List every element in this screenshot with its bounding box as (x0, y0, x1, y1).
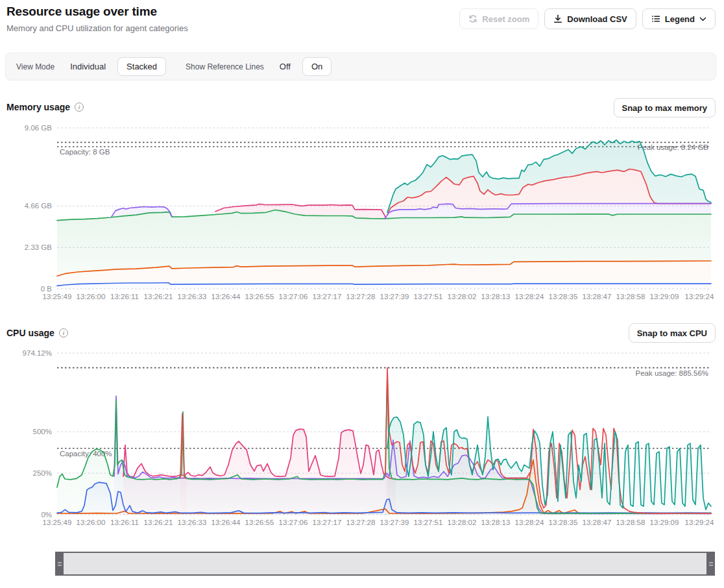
x-tick-label: 13:29:24 (685, 293, 714, 300)
x-tick-label: 13:28:35 (549, 293, 578, 300)
download-icon (553, 14, 562, 23)
x-tick-label: 13:27:39 (380, 519, 409, 526)
x-tick-label: 13:26:55 (245, 519, 274, 526)
x-tick-label: 13:25:49 (43, 519, 72, 526)
cpu-section-title: CPU usage i (6, 328, 68, 338)
view-mode-individual[interactable]: Individual (70, 62, 106, 71)
x-tick-label: 13:29:09 (650, 293, 679, 300)
x-tick-label: 13:26:55 (245, 293, 274, 300)
memory-usage-chart[interactable]: 9.06 GB4.66 GB2.33 GB0 BPeak usage: 8.24… (0, 120, 724, 305)
view-mode-stacked[interactable]: Stacked (117, 57, 166, 76)
reference-line-label: Capacity: 8 GB (60, 148, 110, 156)
reset-icon (468, 14, 477, 23)
memory-section-title: Memory usage i (6, 102, 84, 112)
reference-lines-off[interactable]: Off (280, 62, 291, 71)
reset-zoom-button[interactable]: Reset zoom (459, 8, 538, 29)
x-tick-label: 13:26:11 (110, 519, 139, 526)
cpu-usage-chart[interactable]: 974.12%500%250%0%Peak usage: 885.56%Capa… (0, 345, 724, 532)
x-tick-label: 13:28:13 (481, 519, 511, 526)
reference-lines-label: Show Reference Lines (186, 62, 264, 71)
legend-list-icon (651, 14, 660, 23)
x-tick-label: 13:26:00 (77, 293, 106, 300)
snap-to-max-cpu-button[interactable]: Snap to max CPU (629, 323, 716, 343)
brush-grip-icon (709, 562, 713, 565)
x-tick-label: 13:28:24 (515, 519, 544, 526)
brush-handle-right[interactable] (706, 552, 715, 576)
x-tick-label: 13:26:00 (77, 519, 106, 526)
x-tick-label: 13:27:28 (346, 519, 376, 526)
x-tick-label: 13:25:49 (43, 293, 72, 300)
x-tick-label: 13:28:02 (448, 293, 477, 300)
x-tick-label: 13:28:47 (583, 519, 612, 526)
download-csv-button[interactable]: Download CSV (544, 8, 636, 29)
chevron-down-icon (699, 17, 706, 21)
view-mode-label: View Mode (16, 62, 54, 71)
info-icon[interactable]: i (59, 328, 68, 337)
x-tick-label: 13:27:06 (279, 519, 308, 526)
x-tick-label: 13:27:17 (313, 293, 342, 300)
y-tick-label: 500% (33, 428, 52, 435)
x-tick-label: 13:26:44 (211, 519, 241, 526)
reference-line-label: Peak usage: 885.56% (635, 369, 708, 377)
top-actions: Reset zoom Download CSV Legend (459, 8, 716, 29)
time-range-brush[interactable] (55, 552, 715, 576)
x-tick-label: 13:27:51 (414, 519, 443, 526)
x-tick-label: 13:27:39 (380, 293, 409, 300)
legend-button[interactable]: Legend (642, 8, 716, 29)
x-tick-label: 13:26:21 (144, 293, 173, 300)
x-tick-label: 13:28:24 (515, 293, 544, 300)
page-title: Resource usage over time (6, 5, 157, 19)
reference-lines-on[interactable]: On (302, 57, 332, 76)
x-tick-label: 13:26:33 (178, 293, 207, 300)
x-tick-label: 13:27:28 (346, 293, 376, 300)
x-tick-label: 13:26:11 (110, 293, 139, 300)
x-tick-label: 13:27:06 (279, 293, 308, 300)
x-tick-label: 13:29:24 (685, 519, 714, 526)
resource-usage-dashboard: Resource usage over time Memory and CPU … (0, 0, 724, 588)
y-tick-label: 2.33 GB (25, 243, 53, 251)
x-tick-label: 13:26:33 (178, 519, 207, 526)
y-tick-label: 4.66 GB (25, 202, 53, 210)
y-tick-label: 250% (33, 469, 52, 477)
chart-controls-bar: View Mode Individual Stacked Show Refere… (5, 53, 716, 80)
y-tick-label: 0% (41, 511, 52, 519)
y-tick-label: 974.12% (23, 349, 52, 357)
brush-handle-left[interactable] (55, 552, 64, 576)
x-tick-label: 13:27:17 (313, 519, 342, 526)
brush-grip-icon (58, 562, 62, 565)
snap-to-max-memory-button[interactable]: Snap to max memory (614, 98, 716, 117)
x-tick-label: 13:26:44 (211, 293, 241, 300)
info-icon[interactable]: i (75, 103, 84, 112)
x-tick-label: 13:28:02 (448, 519, 477, 526)
y-tick-label: 9.06 GB (25, 124, 53, 132)
x-tick-label: 13:27:51 (414, 293, 443, 300)
reference-line-label: Peak usage: 8.24 GB (638, 143, 709, 151)
x-tick-label: 13:26:21 (144, 519, 173, 526)
x-tick-label: 13:29:09 (650, 519, 679, 526)
x-tick-label: 13:28:58 (616, 519, 646, 526)
x-tick-label: 13:28:13 (481, 293, 511, 300)
y-tick-label: 0 B (41, 285, 53, 293)
page-subtitle: Memory and CPU utilization for agent cat… (6, 23, 188, 33)
x-tick-label: 13:28:58 (616, 293, 646, 300)
x-tick-label: 13:28:47 (583, 293, 612, 300)
x-tick-label: 13:28:35 (549, 519, 578, 526)
